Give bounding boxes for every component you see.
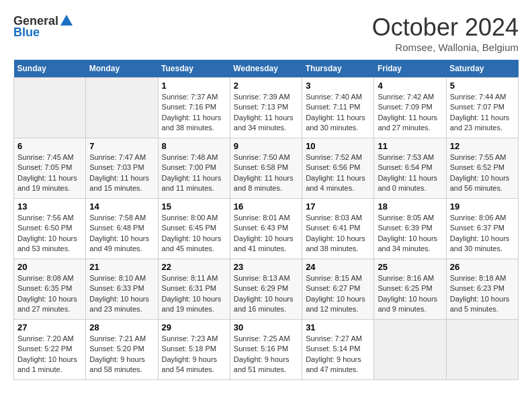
day-number: 13 xyxy=(17,201,82,212)
week-row-1: 1 Sunrise: 7:37 AM Sunset: 7:16 PM Dayli… xyxy=(14,78,519,138)
day-details: Sunrise: 7:27 AM Sunset: 5:14 PM Dayligh… xyxy=(306,334,370,375)
day-details: Sunrise: 8:05 AM Sunset: 6:39 PM Dayligh… xyxy=(378,213,442,255)
day-cell xyxy=(446,320,518,380)
page-header: General Blue October 2024 Romsee, Wallon… xyxy=(13,13,519,53)
day-cell: 4 Sunrise: 7:42 AM Sunset: 7:09 PM Dayli… xyxy=(374,78,446,138)
day-details: Sunrise: 7:40 AM Sunset: 7:11 PM Dayligh… xyxy=(306,92,370,134)
day-cell: 20 Sunrise: 8:08 AM Sunset: 6:35 PM Dayl… xyxy=(14,259,86,320)
weekday-header-row: SundayMondayTuesdayWednesdayThursdayFrid… xyxy=(14,60,519,78)
day-details: Sunrise: 7:45 AM Sunset: 7:05 PM Dayligh… xyxy=(17,152,82,194)
day-number: 26 xyxy=(450,262,515,272)
day-details: Sunrise: 8:11 AM Sunset: 6:31 PM Dayligh… xyxy=(162,273,226,315)
week-row-4: 20 Sunrise: 8:08 AM Sunset: 6:35 PM Dayl… xyxy=(14,259,519,320)
weekday-header-friday: Friday xyxy=(374,60,446,78)
title-block: October 2024 Romsee, Wallonia, Belgium xyxy=(372,13,519,53)
day-details: Sunrise: 7:20 AM Sunset: 5:22 PM Dayligh… xyxy=(17,334,82,375)
weekday-header-sunday: Sunday xyxy=(14,60,86,78)
day-cell: 12 Sunrise: 7:55 AM Sunset: 6:52 PM Dayl… xyxy=(446,138,518,199)
week-row-3: 13 Sunrise: 7:56 AM Sunset: 6:50 PM Dayl… xyxy=(14,199,519,259)
day-cell: 14 Sunrise: 7:58 AM Sunset: 6:48 PM Dayl… xyxy=(86,199,158,259)
day-cell: 27 Sunrise: 7:20 AM Sunset: 5:22 PM Dayl… xyxy=(14,320,86,380)
day-number: 25 xyxy=(378,262,442,272)
day-details: Sunrise: 8:08 AM Sunset: 6:35 PM Dayligh… xyxy=(17,273,82,315)
day-number: 27 xyxy=(17,322,82,332)
weekday-header-monday: Monday xyxy=(86,60,158,78)
day-number: 30 xyxy=(234,322,298,332)
day-cell: 26 Sunrise: 8:18 AM Sunset: 6:23 PM Dayl… xyxy=(446,259,518,320)
week-row-2: 6 Sunrise: 7:45 AM Sunset: 7:05 PM Dayli… xyxy=(14,138,519,199)
day-number: 19 xyxy=(450,201,515,212)
day-details: Sunrise: 8:03 AM Sunset: 6:41 PM Dayligh… xyxy=(306,213,370,255)
day-cell: 5 Sunrise: 7:44 AM Sunset: 7:07 PM Dayli… xyxy=(446,78,518,138)
day-cell: 21 Sunrise: 8:10 AM Sunset: 6:33 PM Dayl… xyxy=(86,259,158,320)
day-details: Sunrise: 7:47 AM Sunset: 7:03 PM Dayligh… xyxy=(89,152,154,194)
day-number: 23 xyxy=(234,262,298,272)
day-number: 14 xyxy=(89,201,154,212)
day-cell xyxy=(374,320,446,380)
calendar-table: SundayMondayTuesdayWednesdayThursdayFrid… xyxy=(13,60,519,380)
day-cell: 24 Sunrise: 8:15 AM Sunset: 6:27 PM Dayl… xyxy=(302,259,374,320)
weekday-header-wednesday: Wednesday xyxy=(230,60,302,78)
day-cell: 25 Sunrise: 8:16 AM Sunset: 6:25 PM Dayl… xyxy=(374,259,446,320)
day-cell: 1 Sunrise: 7:37 AM Sunset: 7:16 PM Dayli… xyxy=(158,78,230,138)
day-number: 7 xyxy=(89,141,154,151)
day-number: 4 xyxy=(378,81,442,91)
day-details: Sunrise: 8:00 AM Sunset: 6:45 PM Dayligh… xyxy=(162,213,226,255)
day-cell: 10 Sunrise: 7:52 AM Sunset: 6:56 PM Dayl… xyxy=(302,138,374,199)
day-cell xyxy=(86,78,158,138)
logo-blue: Blue xyxy=(13,26,40,40)
day-number: 28 xyxy=(89,322,154,332)
day-details: Sunrise: 7:42 AM Sunset: 7:09 PM Dayligh… xyxy=(378,92,442,134)
day-number: 12 xyxy=(450,141,515,151)
day-number: 31 xyxy=(306,322,370,332)
day-details: Sunrise: 7:37 AM Sunset: 7:16 PM Dayligh… xyxy=(162,92,226,134)
day-details: Sunrise: 7:50 AM Sunset: 6:58 PM Dayligh… xyxy=(234,152,298,194)
day-details: Sunrise: 7:39 AM Sunset: 7:13 PM Dayligh… xyxy=(234,92,298,134)
day-cell: 9 Sunrise: 7:50 AM Sunset: 6:58 PM Dayli… xyxy=(230,138,302,199)
day-number: 2 xyxy=(234,81,298,91)
day-details: Sunrise: 7:53 AM Sunset: 6:54 PM Dayligh… xyxy=(378,152,442,194)
day-cell: 28 Sunrise: 7:21 AM Sunset: 5:20 PM Dayl… xyxy=(86,320,158,380)
day-details: Sunrise: 8:01 AM Sunset: 6:43 PM Dayligh… xyxy=(234,213,298,255)
day-details: Sunrise: 7:23 AM Sunset: 5:18 PM Dayligh… xyxy=(162,334,226,375)
day-cell: 2 Sunrise: 7:39 AM Sunset: 7:13 PM Dayli… xyxy=(230,78,302,138)
day-details: Sunrise: 8:10 AM Sunset: 6:33 PM Dayligh… xyxy=(89,273,154,315)
day-details: Sunrise: 7:21 AM Sunset: 5:20 PM Dayligh… xyxy=(89,334,154,375)
day-cell xyxy=(14,78,86,138)
day-cell: 16 Sunrise: 8:01 AM Sunset: 6:43 PM Dayl… xyxy=(230,199,302,259)
day-details: Sunrise: 7:55 AM Sunset: 6:52 PM Dayligh… xyxy=(450,152,515,194)
day-number: 11 xyxy=(378,141,442,151)
day-number: 3 xyxy=(306,81,370,91)
svg-marker-0 xyxy=(60,15,73,26)
day-cell: 29 Sunrise: 7:23 AM Sunset: 5:18 PM Dayl… xyxy=(158,320,230,380)
day-cell: 31 Sunrise: 7:27 AM Sunset: 5:14 PM Dayl… xyxy=(302,320,374,380)
week-row-5: 27 Sunrise: 7:20 AM Sunset: 5:22 PM Dayl… xyxy=(14,320,519,380)
day-number: 1 xyxy=(162,81,226,91)
day-number: 20 xyxy=(17,262,82,272)
day-number: 21 xyxy=(89,262,154,272)
day-details: Sunrise: 8:13 AM Sunset: 6:29 PM Dayligh… xyxy=(234,273,298,315)
weekday-header-thursday: Thursday xyxy=(302,60,374,78)
day-details: Sunrise: 7:48 AM Sunset: 7:00 PM Dayligh… xyxy=(162,152,226,194)
day-cell: 13 Sunrise: 7:56 AM Sunset: 6:50 PM Dayl… xyxy=(14,199,86,259)
day-cell: 15 Sunrise: 8:00 AM Sunset: 6:45 PM Dayl… xyxy=(158,199,230,259)
day-cell: 17 Sunrise: 8:03 AM Sunset: 6:41 PM Dayl… xyxy=(302,199,374,259)
day-details: Sunrise: 7:56 AM Sunset: 6:50 PM Dayligh… xyxy=(17,213,82,255)
location: Romsee, Wallonia, Belgium xyxy=(372,42,519,53)
day-cell: 19 Sunrise: 8:06 AM Sunset: 6:37 PM Dayl… xyxy=(446,199,518,259)
day-cell: 7 Sunrise: 7:47 AM Sunset: 7:03 PM Dayli… xyxy=(86,138,158,199)
day-details: Sunrise: 7:58 AM Sunset: 6:48 PM Dayligh… xyxy=(89,213,154,255)
day-details: Sunrise: 7:25 AM Sunset: 5:16 PM Dayligh… xyxy=(234,334,298,375)
day-cell: 23 Sunrise: 8:13 AM Sunset: 6:29 PM Dayl… xyxy=(230,259,302,320)
weekday-header-saturday: Saturday xyxy=(446,60,518,78)
day-details: Sunrise: 8:18 AM Sunset: 6:23 PM Dayligh… xyxy=(450,273,515,315)
day-cell: 30 Sunrise: 7:25 AM Sunset: 5:16 PM Dayl… xyxy=(230,320,302,380)
month-title: October 2024 xyxy=(372,13,519,42)
day-cell: 11 Sunrise: 7:53 AM Sunset: 6:54 PM Dayl… xyxy=(374,138,446,199)
day-number: 16 xyxy=(234,201,298,212)
day-cell: 22 Sunrise: 8:11 AM Sunset: 6:31 PM Dayl… xyxy=(158,259,230,320)
day-cell: 6 Sunrise: 7:45 AM Sunset: 7:05 PM Dayli… xyxy=(14,138,86,199)
day-number: 29 xyxy=(162,322,226,332)
day-details: Sunrise: 7:44 AM Sunset: 7:07 PM Dayligh… xyxy=(450,92,515,134)
logo-icon xyxy=(59,13,74,28)
